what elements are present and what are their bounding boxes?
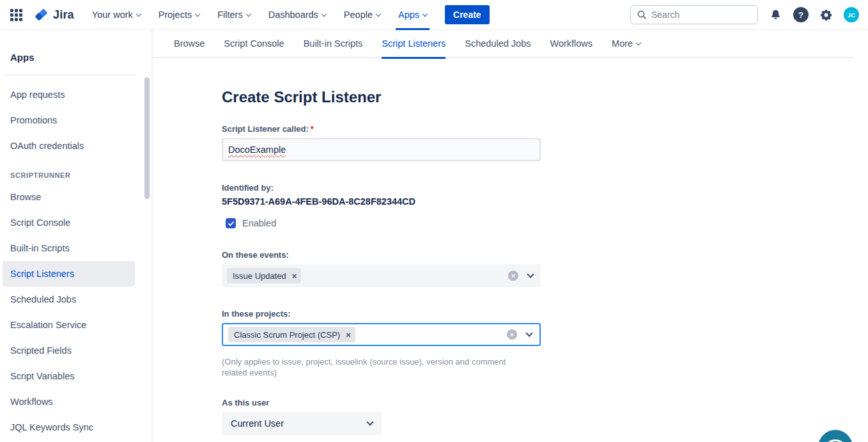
tab-scheduled-jobs[interactable]: Scheduled Jobs: [465, 29, 531, 58]
main-content: Browse Script Console Built-in Scripts S…: [153, 30, 868, 442]
enabled-label: Enabled: [242, 218, 276, 228]
remove-tag-icon[interactable]: ×: [292, 272, 297, 280]
chevron-down-icon: [136, 11, 141, 16]
clear-select-icon[interactable]: ×: [507, 329, 517, 340]
nav-dashboards[interactable]: Dashboards: [260, 0, 335, 30]
chevron-down-icon[interactable]: [527, 271, 534, 278]
chevron-down-icon: [366, 418, 373, 425]
tab-more[interactable]: More: [612, 29, 640, 58]
apps-sidebar: Apps App requests Promotions OAuth crede…: [0, 30, 153, 442]
sidebar-item-escalation-service[interactable]: Escalation Service: [3, 312, 135, 338]
tab-built-in-scripts[interactable]: Built-in Scripts: [304, 29, 363, 58]
chevron-down-icon[interactable]: [525, 329, 532, 336]
primary-nav: Your work Projects Filters Dashboards Pe…: [83, 0, 436, 30]
app-switcher-icon[interactable]: [10, 9, 22, 21]
sidebar-item-jql-keywords-sync[interactable]: JQL Keywords Sync: [3, 414, 135, 440]
projects-label: In these projects:: [222, 309, 868, 319]
sidebar-scrollbar[interactable]: [144, 77, 150, 199]
page-title: Create Script Listener: [222, 88, 868, 106]
sidebar-item-script-listeners[interactable]: Script Listeners: [3, 261, 135, 287]
sidebar-item-promotions[interactable]: Promotions: [3, 107, 135, 133]
sidebar-item-built-in-scripts[interactable]: Built-in Scripts: [3, 235, 135, 261]
sidebar-item-script-console[interactable]: Script Console: [3, 210, 135, 235]
sidebar-item-script-variables[interactable]: Script Variables: [3, 363, 135, 389]
script-listener-name-value: DocoExample: [228, 145, 286, 155]
sidebar-item-app-requests[interactable]: App requests: [3, 82, 135, 107]
topbar-right-cluster: ? JC: [630, 5, 859, 24]
jira-logo-icon: [34, 8, 49, 22]
sidebar-item-oauth-credentials[interactable]: OAuth credentials: [3, 133, 135, 159]
identified-by-label: Identified by:: [222, 183, 868, 193]
settings-gear-icon[interactable]: [819, 8, 833, 22]
sidebar-section-scriptrunner: SCRIPTRUNNER: [10, 171, 151, 179]
search-input[interactable]: [630, 5, 758, 24]
name-field-label: Script Listener called:*: [222, 124, 868, 134]
projects-multiselect[interactable]: Classic Scrum Project (CSP) × ×: [222, 323, 541, 346]
top-navigation-bar: Jira Your work Projects Filters Dashboar…: [0, 0, 868, 30]
chevron-down-icon: [636, 40, 641, 45]
enabled-checkbox-row[interactable]: Enabled: [226, 218, 868, 228]
nav-filters[interactable]: Filters: [208, 0, 259, 30]
tab-script-console[interactable]: Script Console: [224, 29, 284, 58]
nav-projects[interactable]: Projects: [150, 0, 208, 30]
chevron-down-icon: [195, 11, 200, 16]
remove-tag-icon[interactable]: ×: [346, 331, 351, 339]
as-this-user-label: As this user: [222, 398, 868, 407]
project-chip-classic-scrum: Classic Scrum Project (CSP) ×: [228, 327, 355, 342]
event-chip-issue-updated: Issue Updated ×: [227, 268, 301, 283]
global-search: [630, 5, 758, 24]
clear-select-icon[interactable]: ×: [508, 271, 518, 281]
sidebar-item-scheduled-jobs[interactable]: Scheduled Jobs: [3, 287, 135, 312]
sidebar-scriptrunner-list: Browse Script Console Built-in Scripts S…: [0, 184, 151, 440]
chevron-down-icon: [422, 11, 428, 16]
user-avatar[interactable]: JC: [844, 7, 859, 22]
jira-logo-text: Jira: [53, 8, 74, 22]
nav-people[interactable]: People: [335, 0, 389, 30]
sidebar-item-browse[interactable]: Browse: [3, 184, 135, 210]
nav-your-work[interactable]: Your work: [83, 0, 150, 30]
tab-browse[interactable]: Browse: [174, 29, 205, 58]
chevron-down-icon: [245, 11, 251, 16]
sidebar-item-workflows[interactable]: Workflows: [3, 389, 135, 414]
create-script-listener-form: Create Script Listener Script Listener c…: [153, 58, 868, 435]
projects-help-text: (Only applies to issue, project, issueli…: [222, 356, 530, 378]
notifications-bell-icon[interactable]: [769, 8, 782, 22]
chevron-down-icon: [376, 11, 381, 16]
enabled-checkbox[interactable]: [226, 218, 236, 228]
identified-by-value: 5F5D9371-A69A-4FEB-96DA-8C28F82344CD: [222, 196, 868, 207]
sidebar-divider: [5, 74, 136, 75]
nav-apps[interactable]: Apps: [389, 0, 436, 30]
events-multiselect[interactable]: Issue Updated × ×: [222, 264, 541, 287]
sidebar-title: Apps: [10, 52, 151, 63]
sidebar-item-scripted-fields[interactable]: Scripted Fields: [3, 338, 135, 363]
help-icon[interactable]: ?: [793, 7, 809, 22]
create-button[interactable]: Create: [445, 5, 490, 24]
events-label: On these events:: [222, 250, 868, 260]
required-asterisk: *: [311, 124, 314, 134]
tab-workflows[interactable]: Workflows: [550, 29, 593, 58]
script-listener-name-input[interactable]: DocoExample: [222, 138, 541, 161]
search-icon: [637, 10, 647, 22]
scriptrunner-tabbar: Browse Script Console Built-in Scripts S…: [153, 30, 854, 58]
jira-logo[interactable]: Jira: [34, 8, 74, 22]
run-as-user-value: Current User: [231, 418, 284, 429]
chevron-down-icon: [322, 11, 327, 16]
sidebar-top-list: App requests Promotions OAuth credential…: [0, 82, 151, 159]
run-as-user-dropdown[interactable]: Current User: [222, 412, 382, 435]
tab-script-listeners[interactable]: Script Listeners: [382, 29, 446, 58]
